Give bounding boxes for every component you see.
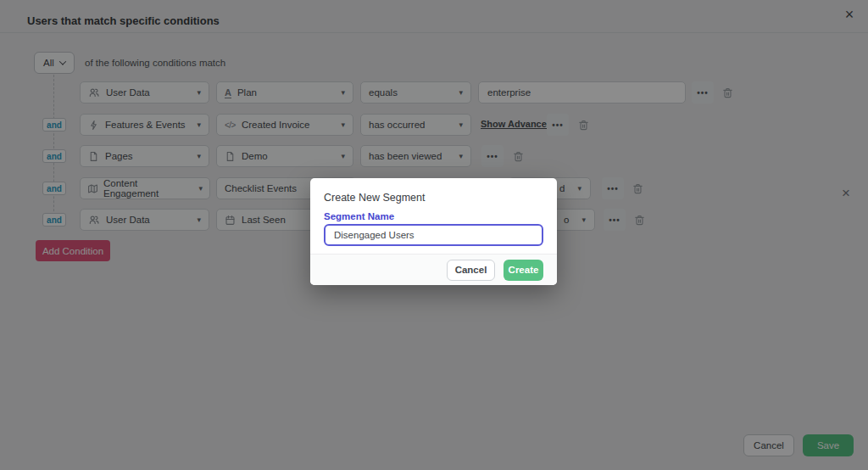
- segment-name-label: Segment Name: [324, 211, 394, 221]
- segment-name-input[interactable]: [324, 224, 543, 246]
- modal-cancel-button[interactable]: Cancel: [447, 260, 495, 281]
- segment-conditions-screen: Users that match specific conditions × A…: [0, 0, 868, 470]
- modal-footer: Cancel Create: [310, 254, 557, 285]
- modal-create-button[interactable]: Create: [504, 260, 543, 281]
- create-segment-modal: Create New Segment × Segment Name Cancel…: [310, 178, 557, 285]
- modal-title: Create New Segment: [324, 192, 426, 204]
- close-icon[interactable]: ×: [836, 183, 856, 204]
